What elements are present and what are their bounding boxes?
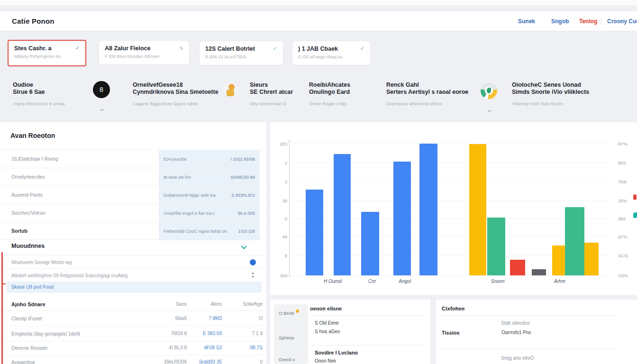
- y-axis-tick-label: 28: [282, 198, 287, 203]
- feature-item-4[interactable]: RoeibiAhcates Onulingo Eard Orvee Rogw o…: [309, 82, 350, 106]
- teal-drop-marker: [633, 212, 637, 218]
- feature-title: OiotocheC Senes Uonad: [512, 82, 589, 89]
- column-header: Ators: [211, 301, 222, 307]
- bottom-table-header: Ajoho Sdnare Saos Ators Solw/hge: [0, 298, 266, 311]
- chart-bar: [361, 212, 379, 275]
- panel-text: Ooon Nek: [315, 358, 336, 364]
- see-more-link[interactable]: Skaoe U9 pod Foud: [11, 284, 54, 290]
- mini-sidebar-item[interactable]: Sphtnia: [279, 335, 294, 340]
- chart-bar: [393, 162, 411, 275]
- y-axis-tick-label: 48: [282, 234, 287, 239]
- chart-x-labels: H OurndCnrAngolSnonnArhm: [294, 279, 611, 288]
- chart-x-label: Angol: [399, 279, 411, 284]
- stat-card-4[interactable]: ) 1 JAB Cbaek ✓ C.O0 aFwago BagLss: [292, 41, 371, 65]
- stat-card-title: 12S Calert Botrlet: [205, 46, 255, 52]
- y-axis-tick-label: 9: [285, 253, 287, 258]
- report-row-mid: Dubanrecntl Njige aole tra: [164, 192, 216, 198]
- check-icon: ✓: [360, 46, 364, 51]
- row-cell-link[interactable]: E 383.59: [203, 331, 222, 336]
- report-row-values: Fwberiodd CouC signa hdod on 1GS (26: [159, 222, 260, 240]
- report-row-label: Sortub: [11, 228, 27, 234]
- feature-title: Serters Aertisyl s raoal eoroe: [386, 89, 468, 96]
- feature-item-5[interactable]: Renck Gahl Serters Aertisyl s raoal eoro…: [386, 82, 468, 106]
- panel-heading: Cixfohee: [442, 306, 465, 311]
- table-row[interactable]: Emgtoola Slay gorapgdsi 1doN 76f19 8 E 3…: [0, 327, 266, 341]
- row-cell-link[interactable]: 4F08 S3: [204, 345, 222, 350]
- report-row-values: EiAcouorbe / 2S(2.85/98: [159, 150, 260, 168]
- row-cell: O: [259, 316, 263, 321]
- column-header: Ajoho Sdnare: [11, 301, 46, 307]
- nav-link-2[interactable]: Sngob: [551, 18, 569, 25]
- mini-sidebar-item[interactable]: O Beob: [279, 310, 294, 316]
- check-icon: ✓: [273, 46, 277, 51]
- see-more-link-row[interactable]: Skaoe U9 pod Foud: [7, 282, 262, 293]
- chart-bar: [487, 218, 505, 275]
- profile-circle-icon[interactable]: 8: [93, 81, 110, 98]
- chart-bar: [306, 190, 323, 275]
- pie-chart-icon[interactable]: [481, 82, 497, 99]
- y-axis-tick-label: 8Y%: [618, 141, 628, 146]
- row-cell-link[interactable]: Srgld93 35: [199, 359, 222, 364]
- y-axis-tick-label: O0%: [618, 273, 628, 278]
- dots-icon[interactable]: [252, 273, 254, 278]
- panel-text: S Old Eime: [315, 320, 339, 326]
- stat-card-highlighted[interactable]: Stes Cashr. a ✓ MBeny Rvhymgmon tis: [8, 40, 86, 66]
- chart-bar: [584, 243, 599, 275]
- feature-subtitle: Cagane /hgga brow Ggure odine: [133, 101, 218, 106]
- feature-title: SE Chrert atcar: [250, 89, 293, 96]
- table-row[interactable]: Clienlp IFunet 5kta6 7 8M3 O: [0, 312, 266, 326]
- bar-chart-panel: 1E023280489300 H OurndCnrAngolSnonnArhm …: [270, 122, 637, 295]
- chart-y-axis-left: 1E023280489300: [270, 140, 287, 282]
- stat-card-title: A8 Zalur Fieloce: [105, 45, 151, 52]
- report-row[interactable]: Sortub Fwberiodd CouC signa hdod on 1GS …: [0, 222, 266, 240]
- collapsible-section-header[interactable]: Muoudnnes: [0, 240, 266, 254]
- row-name: Aygaertioe: [11, 359, 35, 364]
- report-row-mid: M teee eb fon: [164, 174, 191, 180]
- report-panel-title: Avan Roeoton: [10, 132, 55, 139]
- row-cell-link[interactable]: 7 8M3: [209, 316, 222, 321]
- nav-link-1[interactable]: Sunek: [518, 18, 535, 25]
- figure-body: [227, 90, 234, 96]
- feature-item-6[interactable]: OiotocheC Senes Uonad Simds Snorte iVio …: [512, 82, 589, 106]
- feature-title: Sirue 6 Sae: [13, 89, 64, 96]
- report-row[interactable]: Socrhec/Votran Areiyhfoi engol e fue tca…: [0, 204, 266, 222]
- report-row-value: Br.a 005: [238, 210, 255, 216]
- report-row[interactable]: Oroelyrieecdes M teee eb fon S048/)30.88: [0, 168, 266, 186]
- row-cell: 7 1 9: [252, 331, 263, 336]
- stat-card-3[interactable]: 12S Calert Botrlet ✓ 8.S06 G) bLIeSTBIS: [199, 41, 283, 65]
- report-row[interactable]: 16JDadchaw I Riving EiAcouorbe / 2S(2.85…: [0, 150, 266, 168]
- section-item[interactable]: Nhutooem Sooegr Mooto wg: [0, 255, 266, 268]
- chart-bar: [419, 144, 437, 275]
- chart-plot: [294, 140, 611, 275]
- mini-sidebar-item[interactable]: Oenrd e: [279, 357, 295, 362]
- y-axis-tick-label: 9b9: [618, 216, 626, 221]
- feature-subtitle: Anpot ohrecAcror 6 vrvwa: [13, 101, 64, 106]
- orange-figure-icon[interactable]: [223, 82, 238, 97]
- chart-bar: [510, 260, 525, 275]
- y-axis-tick-label: 2: [285, 160, 287, 165]
- report-row[interactable]: Aueend Parits Dubanrecntl Njige aole tra…: [0, 186, 266, 204]
- y-axis-tick-label: £F%: [618, 234, 628, 239]
- row-cell: 76f19 8: [171, 331, 187, 336]
- section-item[interactable]: Altnbef wethtoghne 09 Retgosesol Soprcin…: [0, 268, 266, 282]
- divider: [440, 315, 616, 316]
- y-axis-tick-label: 0: [285, 216, 287, 221]
- feature-item-1[interactable]: Oudioe Sirue 6 Sae Anpot ohrecAcror 6 vr…: [13, 82, 64, 106]
- gridline: [294, 144, 611, 144]
- feature-item-2[interactable]: OrneilvefGesee18 Cynmdriknova Sina Smeto…: [133, 82, 218, 106]
- pie-leaf: [487, 88, 491, 93]
- chevron-down-icon[interactable]: [241, 243, 247, 249]
- feature-subtitle: Arbersry reorl /Sen Boore: [512, 101, 589, 106]
- squiggle-icon: ∿: [179, 45, 183, 51]
- table-row[interactable]: Aygaertioe 39eLRO06 Srgld93 35 0: [0, 355, 266, 364]
- table-row[interactable]: Oennoe Rosadn 4) BL3:8 4F08 S3 0B.7S: [0, 341, 266, 355]
- blue-dot-icon[interactable]: [250, 259, 256, 265]
- row-cell-link[interactable]: 0B.7S: [250, 345, 263, 350]
- nav-link-4[interactable]: Croony Cuo: [607, 18, 637, 25]
- y-axis-tick-label: 1E0: [279, 141, 287, 146]
- stat-card-2[interactable]: A8 Zalur Fieloce ∿ F tDit Bres blondes S…: [99, 40, 190, 65]
- chart-x-label: H Ournd: [324, 279, 342, 284]
- nav-link-3[interactable]: Tenlog: [579, 18, 597, 25]
- feature-item-3[interactable]: Sieurs SE Chrert atcar Orty zemoHoae O: [250, 82, 293, 106]
- y-axis-tick-label: 7D8: [618, 179, 626, 184]
